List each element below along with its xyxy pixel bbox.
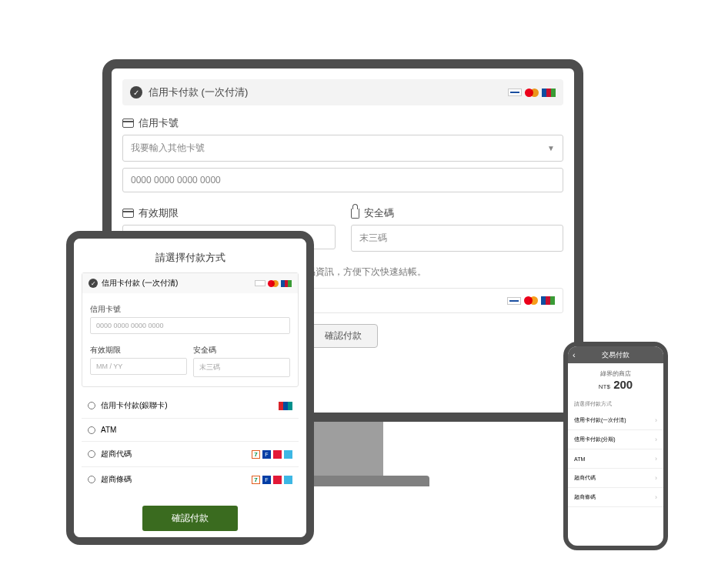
caret-down-icon: ▼: [547, 144, 555, 152]
desktop-section-header: ✓ 信用卡付款 (一次付清): [122, 79, 563, 105]
mastercard-icon: [525, 89, 539, 97]
cvv-input[interactable]: 末三碼: [351, 225, 564, 252]
desktop-header-title: 信用卡付款 (一次付清): [149, 85, 248, 99]
okmart-icon: [284, 476, 292, 484]
card-number-label: 信用卡號: [139, 116, 179, 130]
phone-option-card-installment[interactable]: 信用卡付款(分期)›: [568, 430, 663, 449]
tablet-option-cvs-barcode[interactable]: 超商條碼 F: [82, 467, 299, 492]
tablet-option-atm[interactable]: ATM: [82, 419, 299, 442]
seven-eleven-icon: [252, 476, 260, 484]
hilife-icon: [273, 450, 282, 459]
tablet-checkout: 請選擇付款方式 ✓ 信用卡付款 (一次付清) 信用卡號: [74, 239, 306, 537]
jcb-icon: [541, 296, 555, 305]
visa-icon: [508, 89, 522, 96]
tablet-card-label: 信用卡號: [90, 304, 290, 315]
radio-icon: [88, 426, 95, 434]
tablet-option-unionpay[interactable]: 信用卡付款(銀聯卡): [82, 393, 299, 419]
back-icon[interactable]: ‹: [573, 350, 576, 359]
chevron-right-icon: ›: [655, 493, 657, 501]
radio-icon: [88, 402, 95, 409]
card-icon: [122, 119, 134, 128]
chevron-right-icon: ›: [655, 474, 657, 482]
card-select-text: 我要輸入其他卡號: [131, 142, 205, 155]
tablet-expiry-label: 有效期限: [90, 345, 187, 356]
tablet-cvv-input[interactable]: 末三碼: [193, 358, 290, 377]
tablet-confirm-button[interactable]: 確認付款: [142, 506, 238, 531]
phone-store-name: 綠界的商店: [568, 363, 663, 378]
familymart-icon: F: [262, 450, 271, 459]
mastercard-icon: [524, 296, 538, 305]
card-number-placeholder: 0000 0000 0000 0000: [131, 175, 221, 185]
phone-frame: ‹ 交易付款 綠界的商店 NT$ 200 請選擇付款方式 信用卡付款(一次付清)…: [563, 342, 668, 550]
jcb-icon: [542, 89, 556, 97]
radio-icon: [88, 450, 95, 458]
hilife-icon: [273, 476, 282, 484]
tablet-header-title: 信用卡付款 (一次付清): [102, 278, 178, 289]
check-icon: ✓: [130, 86, 142, 99]
phone-option-cvs-barcode[interactable]: 超商條碼›: [568, 488, 663, 507]
tablet-payment-list: 信用卡付款(銀聯卡) ATM 超商代碼 F: [82, 393, 299, 492]
calendar-icon: [122, 209, 134, 218]
card-select[interactable]: 我要輸入其他卡號 ▼: [122, 135, 563, 162]
card-logos: [508, 89, 556, 97]
expiry-label-row: 有效期限: [122, 206, 336, 220]
phone-subtitle: 請選擇付款方式: [568, 397, 663, 411]
tablet-card-panel: ✓ 信用卡付款 (一次付清) 信用卡號 0000 0000 0000 0000: [82, 272, 299, 387]
okmart-icon: [284, 450, 292, 459]
cvs-logos: F: [252, 450, 292, 459]
desktop-confirm-button[interactable]: 確認付款: [309, 324, 378, 348]
cvv-label-row: 安全碼: [351, 206, 564, 220]
phone-option-atm[interactable]: ATM›: [568, 449, 663, 469]
phone-option-card-once[interactable]: 信用卡付款(一次付清)›: [568, 411, 663, 430]
phone-option-cvs-code[interactable]: 超商代碼›: [568, 469, 663, 488]
unionpay-icon: [279, 402, 292, 410]
seven-eleven-icon: [252, 450, 260, 459]
mastercard-icon: [268, 280, 279, 287]
tablet-expiry-input[interactable]: MM / YY: [90, 358, 187, 375]
check-icon: ✓: [88, 279, 98, 288]
expiry-label: 有效期限: [139, 206, 179, 220]
chevron-right-icon: ›: [655, 416, 657, 424]
lock-icon: [351, 209, 359, 219]
canvas: ✓ 信用卡付款 (一次付清) 信用卡號 我要輸入其他卡號 ▼ 0000 000: [8, 8, 700, 580]
tablet-card-input[interactable]: 0000 0000 0000 0000: [90, 317, 290, 334]
phone-topbar-title: 交易付款: [602, 350, 630, 360]
card-logos-secondary: [507, 296, 555, 305]
phone-topbar: ‹ 交易付款: [568, 346, 663, 363]
cvv-placeholder: 末三碼: [359, 232, 387, 245]
tablet-title: 請選擇付款方式: [74, 239, 306, 272]
chevron-right-icon: ›: [655, 436, 657, 443]
card-number-input[interactable]: 0000 0000 0000 0000: [122, 168, 563, 192]
cvs-logos: F: [252, 476, 292, 484]
card-logos: [255, 280, 292, 287]
tablet-cvv-label: 安全碼: [193, 345, 290, 356]
visa-icon: [255, 280, 266, 286]
chevron-right-icon: ›: [655, 455, 657, 463]
tablet-frame: 請選擇付款方式 ✓ 信用卡付款 (一次付清) 信用卡號: [66, 231, 314, 545]
tablet-panel-header: ✓ 信用卡付款 (一次付清): [82, 273, 298, 293]
cvv-label: 安全碼: [364, 206, 394, 220]
tablet-option-cvs-code[interactable]: 超商代碼 F: [82, 442, 299, 467]
jcb-icon: [281, 280, 292, 287]
familymart-icon: F: [262, 476, 271, 484]
card-number-label-row: 信用卡號: [122, 116, 563, 130]
visa-icon: [507, 297, 521, 305]
radio-icon: [88, 476, 95, 483]
monitor-stand: [303, 422, 383, 477]
phone-amount: NT$ 200: [568, 378, 663, 397]
